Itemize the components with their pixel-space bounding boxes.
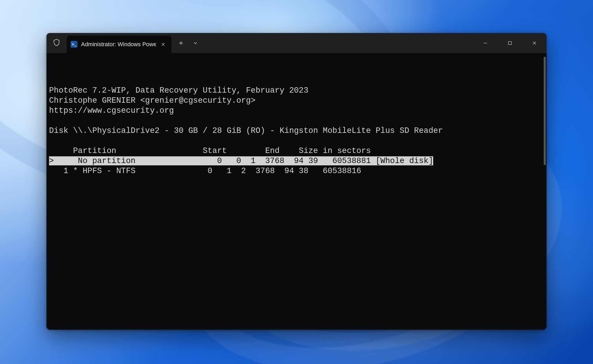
terminal-body[interactable]: PhotoRec 7.2-WIP, Data Recovery Utility,… [46,53,547,330]
maximize-button[interactable] [497,33,522,53]
new-tab-button[interactable] [175,37,187,50]
terminal-window: Administrator: Windows Powe [46,33,547,330]
photorec-header-line2: Christophe GRENIER <grenier@cgsecurity.o… [49,95,544,106]
svg-rect-0 [508,42,511,45]
photorec-header-line1: PhotoRec 7.2-WIP, Data Recovery Utility,… [49,85,544,95]
close-window-button[interactable] [522,33,547,53]
disk-info-line: Disk \\.\PhysicalDrive2 - 30 GB / 28 GiB… [49,126,544,136]
tab-powershell[interactable]: Administrator: Windows Powe [67,36,171,53]
admin-shield-icon [46,39,67,47]
tab-dropdown-button[interactable] [189,37,202,50]
photorec-header-line3: https://www.cgsecurity.org [49,106,544,116]
close-tab-button[interactable] [160,41,167,48]
titlebar[interactable]: Administrator: Windows Powe [46,33,547,53]
powershell-icon [71,41,77,48]
minimize-button[interactable] [473,33,497,53]
partition-row[interactable]: 1 * HPFS - NTFS 0 1 2 3768 94 38 6053881… [49,166,544,176]
scrollbar[interactable] [544,57,546,165]
partition-table-header: Partition Start End Size in sectors [49,146,544,156]
tab-title: Administrator: Windows Powe [81,41,156,48]
partition-row-selected[interactable]: > No partition 0 0 1 3768 94 39 60538881… [49,156,544,166]
